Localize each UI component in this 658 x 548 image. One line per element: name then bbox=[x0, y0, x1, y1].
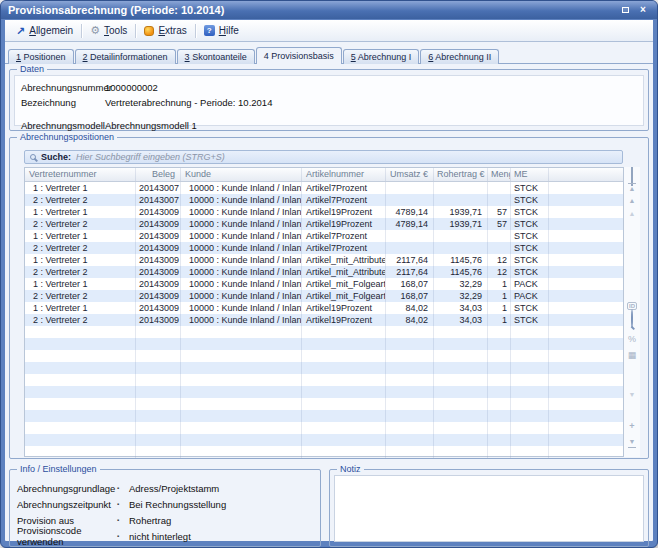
restore-window-button[interactable] bbox=[618, 4, 632, 16]
column-header-vertreternummer[interactable]: Vertreternummer bbox=[25, 168, 136, 181]
cell-artikelnummer bbox=[302, 410, 386, 422]
table-row[interactable]: 1 : Vertreter 12014300910000 : Kunde Inl… bbox=[25, 230, 623, 242]
table-empty-row[interactable] bbox=[25, 362, 623, 374]
column-header-rohertrag[interactable]: Rohertrag € bbox=[434, 168, 488, 181]
cell-beleg: 20143009 bbox=[136, 230, 181, 242]
search-input[interactable] bbox=[76, 152, 617, 162]
table-row[interactable]: 1 : Vertreter 12014300910000 : Kunde Inl… bbox=[25, 302, 623, 314]
cell-filler bbox=[549, 386, 623, 398]
cell-vertreternummer bbox=[25, 434, 136, 446]
cell-menge bbox=[488, 326, 511, 338]
menu-item-allgemein[interactable]: ↗ Allgemein bbox=[9, 23, 80, 38]
cell-kunde: 10000 : Kunde Inland / Inlandsort bbox=[181, 230, 302, 242]
table-row[interactable]: 2 : Vertreter 22014300710000 : Kunde Inl… bbox=[25, 194, 623, 206]
column-header-beleg[interactable]: Beleg bbox=[136, 168, 181, 181]
scroll-up-icon[interactable]: ▲ bbox=[624, 197, 640, 205]
cell-me bbox=[511, 446, 549, 458]
positions-table-body: 1 : Vertreter 12014300710000 : Kunde Inl… bbox=[25, 182, 623, 458]
cell-artikelnummer: Artikel19Prozent bbox=[302, 218, 386, 230]
cell-umsatz bbox=[386, 194, 434, 206]
table-empty-row[interactable] bbox=[25, 410, 623, 422]
cell-kunde: 10000 : Kunde Inland / Inlandsort bbox=[181, 278, 302, 290]
search-bar[interactable]: Suche: bbox=[24, 150, 623, 164]
table-row[interactable]: 2 : Vertreter 22014300910000 : Kunde Inl… bbox=[25, 290, 623, 302]
column-header-kunde[interactable]: Kunde bbox=[181, 168, 302, 181]
table-empty-row[interactable] bbox=[25, 446, 623, 458]
table-row[interactable]: 2 : Vertreter 22014300910000 : Kunde Inl… bbox=[25, 218, 623, 230]
grid-icon[interactable]: ▦ bbox=[624, 344, 640, 362]
bullet-icon: ▪ bbox=[117, 533, 129, 539]
scroll-to-bottom-icon[interactable]: ▼ bbox=[624, 438, 640, 448]
cell-kunde: 10000 : Kunde Inland / Inlandsort bbox=[181, 242, 302, 254]
info-row-provisionscode: Provisionscode verwenden ▪ nicht hinterl… bbox=[10, 528, 320, 544]
table-empty-row[interactable] bbox=[25, 350, 623, 362]
column-header-menge[interactable]: Menge bbox=[488, 168, 511, 181]
cell-menge: 1 bbox=[488, 278, 511, 290]
group-abrechnungspositionen: Abrechnungspositionen Suche: Vertreternu… bbox=[9, 137, 649, 459]
table-row[interactable]: 2 : Vertreter 22014300910000 : Kunde Inl… bbox=[25, 314, 623, 326]
table-empty-row[interactable] bbox=[25, 434, 623, 446]
scroll-down-small-icon[interactable]: ▼ bbox=[624, 391, 640, 399]
cell-filler bbox=[549, 398, 623, 410]
table-empty-row[interactable] bbox=[25, 326, 623, 338]
menu-label-hilfe: Hilfe bbox=[219, 25, 239, 36]
cell-beleg bbox=[136, 374, 181, 386]
column-header-umsatz[interactable]: Umsatz € bbox=[386, 168, 434, 181]
search-label: Suche: bbox=[41, 152, 71, 162]
column-header-me[interactable]: ME bbox=[511, 168, 549, 181]
field-label: Abrechnungsnummer bbox=[21, 82, 105, 93]
table-row[interactable]: 2 : Vertreter 22014300910000 : Kunde Inl… bbox=[25, 242, 623, 254]
table-empty-row[interactable] bbox=[25, 386, 623, 398]
scroll-to-top-icon[interactable]: ▲ bbox=[624, 183, 640, 193]
cell-filler bbox=[549, 206, 623, 218]
column-header-artikelnummer[interactable]: Artikelnummer bbox=[302, 168, 386, 181]
tab-abrechnung-2[interactable]: 6 Abrechnung II bbox=[420, 49, 499, 64]
tab-detailinformationen[interactable]: 2 Detailinformationen bbox=[75, 49, 176, 64]
cell-me bbox=[511, 386, 549, 398]
tab-abrechnung-1[interactable]: 5 Abrechnung I bbox=[343, 49, 420, 64]
notiz-textarea[interactable] bbox=[334, 475, 644, 542]
cell-kunde: 10000 : Kunde Inland / Inlandsort bbox=[181, 194, 302, 206]
cell-me bbox=[511, 398, 549, 410]
cell-beleg: 20143009 bbox=[136, 266, 181, 278]
scroll-up-small-icon[interactable]: ▲ bbox=[624, 210, 640, 218]
table-row[interactable]: 1 : Vertreter 12014300910000 : Kunde Inl… bbox=[25, 278, 623, 290]
table-empty-row[interactable] bbox=[25, 398, 623, 410]
menu-item-extras[interactable]: Extras bbox=[137, 23, 193, 38]
table-side-strip: ▲ ▲ ▲ ID % ▦ ▼ + ▼ bbox=[624, 167, 640, 457]
table-row[interactable]: 1 : Vertreter 12014300710000 : Kunde Inl… bbox=[25, 182, 623, 194]
cell-umsatz bbox=[386, 422, 434, 434]
cell-beleg bbox=[136, 338, 181, 350]
table-row[interactable]: 1 : Vertreter 12014300910000 : Kunde Inl… bbox=[25, 254, 623, 266]
cell-filler bbox=[549, 290, 623, 302]
cell-rohertrag: 34,03 bbox=[434, 302, 488, 314]
table-row[interactable]: 1 : Vertreter 12014300910000 : Kunde Inl… bbox=[25, 206, 623, 218]
cell-beleg: 20143007 bbox=[136, 182, 181, 194]
cell-beleg bbox=[136, 434, 181, 446]
field-value: 1000000002 bbox=[105, 82, 158, 93]
cell-beleg: 20143009 bbox=[136, 302, 181, 314]
cell-rohertrag: 1145,76 bbox=[434, 266, 488, 278]
cell-artikelnummer: Artikel_mit_Attributen bbox=[302, 266, 386, 278]
table-empty-row[interactable] bbox=[25, 338, 623, 350]
tab-provisionsbasis[interactable]: 4 Provisionsbasis bbox=[256, 47, 342, 64]
search-icon bbox=[30, 154, 36, 160]
menu-item-hilfe[interactable]: ? Hilfe bbox=[197, 23, 246, 38]
cell-menge bbox=[488, 350, 511, 362]
table-empty-row[interactable] bbox=[25, 374, 623, 386]
group-daten-label: Daten bbox=[17, 64, 47, 75]
cell-artikelnummer: Artikel19Prozent bbox=[302, 206, 386, 218]
close-window-button[interactable]: × bbox=[636, 4, 650, 16]
tab-skontoanteile[interactable]: 3 Skontoanteile bbox=[177, 49, 255, 64]
table-row[interactable]: 2 : Vertreter 22014300910000 : Kunde Inl… bbox=[25, 266, 623, 278]
cell-filler bbox=[549, 362, 623, 374]
cell-vertreternummer: 2 : Vertreter 2 bbox=[25, 290, 136, 302]
tab-positionen[interactable]: 1 Positionen bbox=[8, 49, 74, 64]
magnifier-icon[interactable] bbox=[624, 310, 640, 328]
cell-rohertrag bbox=[434, 242, 488, 254]
table-empty-row[interactable] bbox=[25, 422, 623, 434]
scroll-down-icon[interactable]: + bbox=[624, 415, 640, 433]
menu-item-tools[interactable]: ⚙ Tools bbox=[83, 23, 134, 38]
field-label: Bezeichnung bbox=[21, 97, 105, 108]
cell-artikelnummer: Artikel7Prozent bbox=[302, 242, 386, 254]
